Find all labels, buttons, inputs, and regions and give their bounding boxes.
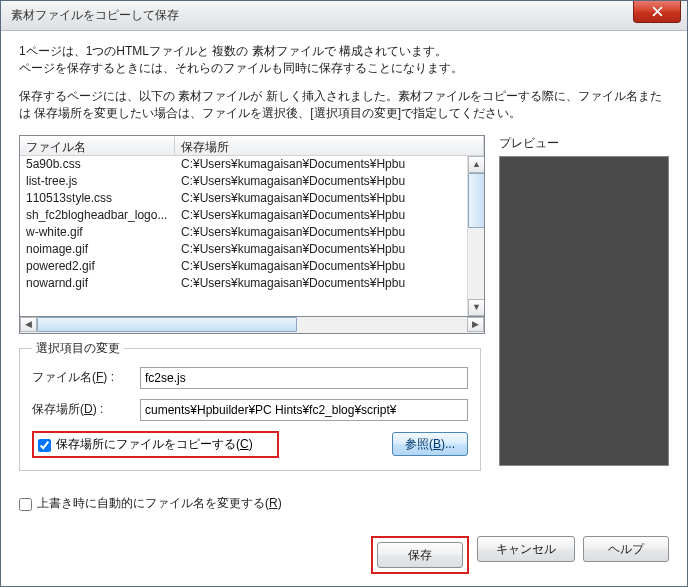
help-button[interactable]: ヘルプ: [583, 536, 669, 562]
middle-row: ファイル名 保存場所 5a90b.cssC:¥Users¥kumagaisan¥…: [19, 135, 669, 471]
auto-rename-wrap[interactable]: 上書き時に自動的にファイル名を変更する(R): [19, 495, 669, 512]
location-row: 保存場所(D) :: [32, 399, 468, 421]
file-table-wrap: ファイル名 保存場所 5a90b.cssC:¥Users¥kumagaisan¥…: [19, 135, 485, 471]
file-table: ファイル名 保存場所 5a90b.cssC:¥Users¥kumagaisan¥…: [19, 135, 485, 317]
scroll-right-button[interactable]: ▶: [467, 317, 484, 332]
dialog-window: 素材ファイルをコピーして保存 1ページは、1つのHTMLファイルと 複数の 素材…: [0, 0, 688, 587]
location-input[interactable]: [140, 399, 468, 421]
filename-row: ファイル名(F) :: [32, 367, 468, 389]
filename-label: ファイル名(F) :: [32, 369, 140, 386]
auto-rename-checkbox[interactable]: [19, 498, 32, 511]
cell-location: C:¥Users¥kumagaisan¥Documents¥Hpbu: [175, 173, 484, 190]
copy-checkbox[interactable]: [38, 439, 51, 452]
scroll-left-button[interactable]: ◀: [20, 317, 37, 332]
preview-group: プレビュー: [499, 135, 669, 471]
change-selection-group: 選択項目の変更 ファイル名(F) : 保存場所(D) : 保存場所にファイルをコ…: [19, 340, 481, 471]
cell-location: C:¥Users¥kumagaisan¥Documents¥Hpbu: [175, 224, 484, 241]
intro-text: 1ページは、1つのHTMLファイルと 複数の 素材ファイルで 構成されています。…: [19, 43, 669, 78]
cell-filename: w-white.gif: [20, 224, 175, 241]
cell-filename: list-tree.js: [20, 173, 175, 190]
change-legend: 選択項目の変更: [32, 340, 124, 357]
table-row[interactable]: nowarnd.gifC:¥Users¥kumagaisan¥Documents…: [20, 275, 484, 292]
table-row[interactable]: 110513style.cssC:¥Users¥kumagaisan¥Docum…: [20, 190, 484, 207]
dialog-content: 1ページは、1つのHTMLファイルと 複数の 素材ファイルで 構成されています。…: [1, 31, 687, 586]
horizontal-scrollbar[interactable]: ◀ ▶: [19, 317, 485, 334]
intro-line1: 1ページは、1つのHTMLファイルと 複数の 素材ファイルで 構成されています。: [19, 43, 669, 60]
horizontal-scroll-thumb[interactable]: [37, 317, 297, 332]
table-row[interactable]: list-tree.jsC:¥Users¥kumagaisan¥Document…: [20, 173, 484, 190]
table-row[interactable]: 5a90b.cssC:¥Users¥kumagaisan¥Documents¥H…: [20, 156, 484, 173]
vertical-scroll-thumb[interactable]: [468, 173, 485, 228]
button-row: 保存 キャンセル ヘルプ: [19, 536, 669, 574]
cell-location: C:¥Users¥kumagaisan¥Documents¥Hpbu: [175, 190, 484, 207]
copy-row: 保存場所にファイルをコピーする(C) 参照(B)...: [32, 431, 468, 458]
filename-input[interactable]: [140, 367, 468, 389]
table-row[interactable]: sh_fc2blogheadbar_logo...C:¥Users¥kumaga…: [20, 207, 484, 224]
vertical-scrollbar[interactable]: ▲ ▼: [467, 156, 484, 316]
cell-filename: sh_fc2blogheadbar_logo...: [20, 207, 175, 224]
cell-location: C:¥Users¥kumagaisan¥Documents¥Hpbu: [175, 241, 484, 258]
cell-location: C:¥Users¥kumagaisan¥Documents¥Hpbu: [175, 258, 484, 275]
close-button[interactable]: [633, 1, 681, 23]
cell-filename: 110513style.css: [20, 190, 175, 207]
cell-filename: nowarnd.gif: [20, 275, 175, 292]
intro-line2: ページを保存するときには、それらのファイルも同時に保存することになります。: [19, 60, 669, 77]
window-title: 素材ファイルをコピーして保存: [11, 7, 633, 24]
save-button[interactable]: 保存: [377, 542, 463, 568]
scroll-up-button[interactable]: ▲: [468, 156, 485, 173]
cell-filename: 5a90b.css: [20, 156, 175, 173]
cell-filename: powered2.gif: [20, 258, 175, 275]
cell-location: C:¥Users¥kumagaisan¥Documents¥Hpbu: [175, 156, 484, 173]
copy-checkbox-wrap[interactable]: 保存場所にファイルをコピーする(C): [32, 431, 279, 458]
col-header-location[interactable]: 保存場所: [175, 136, 484, 155]
table-row[interactable]: powered2.gifC:¥Users¥kumagaisan¥Document…: [20, 258, 484, 275]
browse-button[interactable]: 参照(B)...: [392, 432, 468, 456]
table-row[interactable]: noimage.gifC:¥Users¥kumagaisan¥Documents…: [20, 241, 484, 258]
cancel-button[interactable]: キャンセル: [477, 536, 575, 562]
table-row[interactable]: w-white.gifC:¥Users¥kumagaisan¥Documents…: [20, 224, 484, 241]
auto-rename-label: 上書き時に自動的にファイル名を変更する(R): [37, 495, 282, 512]
col-header-name[interactable]: ファイル名: [20, 136, 175, 155]
horizontal-scroll-track[interactable]: [37, 317, 467, 333]
titlebar: 素材ファイルをコピーして保存: [1, 1, 687, 31]
description-text: 保存するページには、以下の 素材ファイルが 新しく挿入されました。素材ファイルを…: [19, 88, 669, 123]
save-highlight: 保存: [371, 536, 469, 574]
cell-filename: noimage.gif: [20, 241, 175, 258]
scroll-down-button[interactable]: ▼: [468, 299, 485, 316]
preview-label: プレビュー: [499, 135, 669, 152]
close-icon: [652, 6, 663, 17]
table-header: ファイル名 保存場所: [20, 136, 484, 156]
cell-location: C:¥Users¥kumagaisan¥Documents¥Hpbu: [175, 275, 484, 292]
table-body[interactable]: 5a90b.cssC:¥Users¥kumagaisan¥Documents¥H…: [20, 156, 484, 298]
location-label: 保存場所(D) :: [32, 401, 140, 418]
copy-checkbox-label: 保存場所にファイルをコピーする(C): [56, 436, 253, 453]
preview-box: [499, 156, 669, 466]
cell-location: C:¥Users¥kumagaisan¥Documents¥Hpbu: [175, 207, 484, 224]
